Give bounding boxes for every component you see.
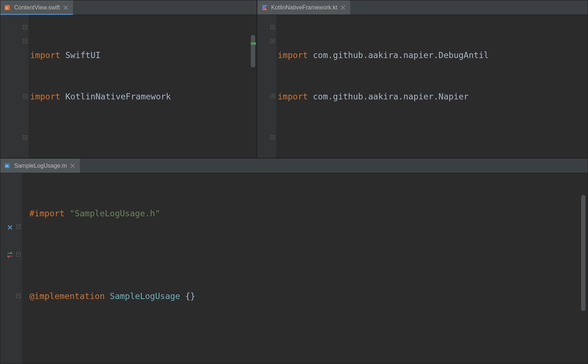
- fold-marker-icon[interactable]: [23, 94, 27, 98]
- code-token: import: [30, 50, 60, 60]
- fold-marker-icon[interactable]: [23, 39, 27, 43]
- close-icon[interactable]: [70, 163, 75, 169]
- scrollbar-thumb[interactable]: [251, 35, 255, 68]
- tab-label: KotlinNativeFramework.kt: [271, 4, 337, 11]
- editor-pane-swift: s ContentView.swift import SwiftUI impor…: [0, 0, 257, 158]
- tab-bar-left: s ContentView.swift: [0, 0, 257, 15]
- objc-m-file-icon: m: [5, 163, 11, 169]
- analysis-ok-icon: [575, 21, 582, 29]
- vcs-marker-icon: [7, 224, 14, 233]
- code-area-kotlin[interactable]: import com.github.aakira.napier.DebugAnt…: [276, 15, 588, 158]
- code-token: KotlinNativeFramework: [60, 92, 171, 101]
- fold-marker-icon[interactable]: [270, 25, 275, 29]
- close-icon[interactable]: [63, 5, 69, 11]
- code-token: #import: [29, 209, 70, 218]
- tab-bar-right: KotlinNativeFramework.kt: [257, 0, 588, 15]
- code-token: @implementation: [29, 291, 110, 301]
- code-token: import: [278, 92, 313, 101]
- fold-marker-icon[interactable]: [270, 94, 275, 98]
- analysis-ok-icon: [244, 21, 251, 29]
- fold-marker-icon[interactable]: [23, 25, 27, 29]
- text-caret-icon: [224, 68, 257, 110]
- close-icon[interactable]: [340, 5, 346, 11]
- svg-text:s: s: [6, 6, 8, 10]
- tab-label: ContentView.swift: [14, 4, 60, 11]
- code-token: {}: [185, 291, 195, 301]
- code-area-swift[interactable]: import SwiftUI import KotlinNativeFramew…: [29, 15, 257, 158]
- gutter-left[interactable]: [0, 15, 29, 158]
- tab-label: SampleLogUsage.m: [14, 163, 67, 169]
- tab-kotlinnativeframework[interactable]: KotlinNativeFramework.kt: [257, 0, 350, 15]
- fold-marker-icon[interactable]: [270, 39, 275, 43]
- fold-marker-icon[interactable]: [16, 252, 21, 257]
- scroll-marker[interactable]: [251, 42, 256, 45]
- swift-file-icon: s: [5, 4, 11, 11]
- fold-marker-icon[interactable]: [23, 135, 27, 140]
- code-token: import: [30, 92, 60, 101]
- svg-text:m: m: [5, 164, 8, 168]
- fold-marker-icon[interactable]: [16, 294, 21, 298]
- code-token: com.github.aakira.napier.DebugAntil: [313, 50, 489, 60]
- kotlin-file-icon: [262, 4, 268, 11]
- code-token: "SampleLogUsage.h": [70, 209, 160, 218]
- code-area-objc[interactable]: #import "SampleLogUsage.h" @implementati…: [22, 173, 588, 364]
- code-editor-swift[interactable]: import SwiftUI import KotlinNativeFramew…: [0, 15, 257, 158]
- code-token: import: [278, 50, 313, 60]
- tab-samplelogusage[interactable]: m SampleLogUsage.m: [0, 159, 80, 173]
- vcs-changed-icon: [7, 251, 14, 260]
- code-token: com.github.aakira.napier.Napier: [313, 92, 469, 101]
- scrollbar-thumb[interactable]: [581, 195, 585, 311]
- fold-marker-icon[interactable]: [16, 225, 21, 229]
- tab-contentview-swift[interactable]: s ContentView.swift: [0, 0, 73, 15]
- code-token: SampleLogUsage: [110, 291, 185, 301]
- code-token: SwiftUI: [60, 50, 101, 60]
- gutter-right[interactable]: [257, 15, 276, 158]
- code-editor-kotlin[interactable]: import com.github.aakira.napier.DebugAnt…: [257, 15, 588, 158]
- editor-pane-objc: m SampleLogUsage.m #imp: [0, 158, 588, 364]
- tab-bar-bottom: m SampleLogUsage.m: [0, 159, 588, 173]
- editor-pane-kotlin: KotlinNativeFramework.kt import com.gith…: [257, 0, 588, 158]
- gutter-bottom[interactable]: [0, 173, 22, 364]
- code-editor-objc[interactable]: #import "SampleLogUsage.h" @implementati…: [0, 173, 588, 364]
- analysis-ok-icon: [575, 180, 582, 187]
- fold-marker-icon[interactable]: [270, 135, 275, 140]
